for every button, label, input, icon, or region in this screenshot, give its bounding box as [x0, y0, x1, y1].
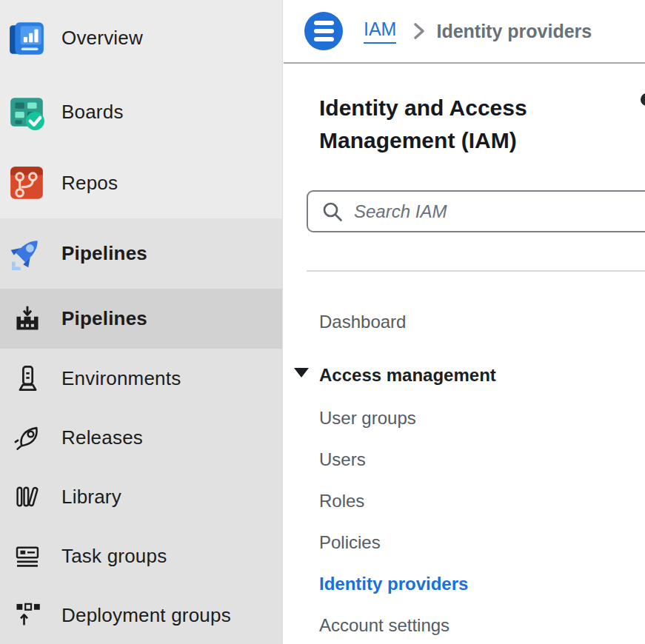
sidebar-item-pipelines-hub[interactable]: Pipelines — [0, 218, 282, 289]
page-title: Identity and Access Management (IAM) — [319, 92, 578, 157]
sidebar-item-library[interactable]: Library — [0, 467, 282, 526]
iam-breadcrumb-bar: IAM Identity providers — [284, 0, 645, 64]
sidebar-item-label: Boards — [61, 101, 124, 124]
breadcrumb-current: Identity providers — [436, 21, 592, 42]
nav-item-roles[interactable]: Roles — [319, 491, 364, 511]
iam-search-box[interactable] — [307, 190, 645, 232]
sidebar-item-label: Library — [61, 486, 121, 509]
sidebar-item-label: Repos — [61, 172, 118, 195]
library-icon — [7, 483, 61, 511]
sidebar-item-overview[interactable]: Overview — [0, 0, 282, 76]
boards-icon — [7, 93, 61, 131]
sidebar-item-label: Deployment groups — [61, 604, 231, 627]
nav-section-access-management[interactable]: Access management — [319, 365, 496, 386]
nav-item-identity-providers[interactable]: Identity providers — [319, 574, 468, 594]
sidebar-item-boards[interactable]: Boards — [0, 76, 282, 147]
nav-item-account-settings[interactable]: Account settings — [319, 615, 450, 636]
iam-panel: IAM Identity providers Identity and Acce… — [284, 0, 645, 644]
hamburger-bar — [314, 29, 334, 33]
overview-icon — [7, 19, 61, 58]
search-icon — [321, 201, 344, 223]
releases-rocket-icon — [7, 423, 61, 452]
triangle-down-icon[interactable] — [294, 368, 309, 378]
sidebar-item-label: Pipelines — [61, 307, 147, 330]
sidebar-item-label: Task groups — [61, 545, 167, 568]
sidebar-item-label: Environments — [61, 367, 181, 390]
sidebar-item-label: Overview — [61, 27, 143, 50]
sidebar-item-repos[interactable]: Repos — [0, 147, 282, 218]
pipelines-section: Pipelines Pipelines — [0, 218, 282, 644]
breadcrumb-iam-link[interactable]: IAM — [364, 19, 396, 44]
sidebar-item-task-groups[interactable]: Task groups — [0, 526, 282, 586]
sidebar-item-releases[interactable]: Releases — [0, 408, 282, 467]
task-groups-icon — [7, 542, 61, 570]
search-input[interactable] — [354, 201, 621, 222]
repos-icon — [7, 164, 61, 202]
sidebar-item-pipelines[interactable]: Pipelines — [0, 289, 282, 349]
sidebar-item-label: Releases — [61, 426, 143, 449]
pipelines-rocket-icon — [7, 235, 61, 273]
hamburger-bar — [314, 37, 334, 41]
sidebar-item-deployment-groups[interactable]: Deployment groups — [0, 586, 282, 644]
clipped-edge-icon — [641, 93, 645, 106]
hamburger-bar — [314, 21, 334, 25]
sidebar-item-label: Pipelines — [61, 242, 147, 265]
pipelines-build-icon — [7, 305, 61, 333]
nav-item-policies[interactable]: Policies — [319, 532, 381, 553]
hamburger-menu-button[interactable] — [304, 12, 343, 50]
chevron-right-icon — [412, 21, 426, 41]
project-sidebar: Overview Boards — [0, 0, 283, 644]
sidebar-item-environments[interactable]: Environments — [0, 349, 282, 408]
divider — [307, 270, 645, 272]
environments-icon — [7, 364, 61, 392]
nav-item-user-groups[interactable]: User groups — [319, 408, 416, 429]
nav-item-users[interactable]: Users — [319, 449, 366, 470]
nav-item-dashboard[interactable]: Dashboard — [319, 312, 406, 332]
deployment-groups-icon — [7, 601, 61, 629]
